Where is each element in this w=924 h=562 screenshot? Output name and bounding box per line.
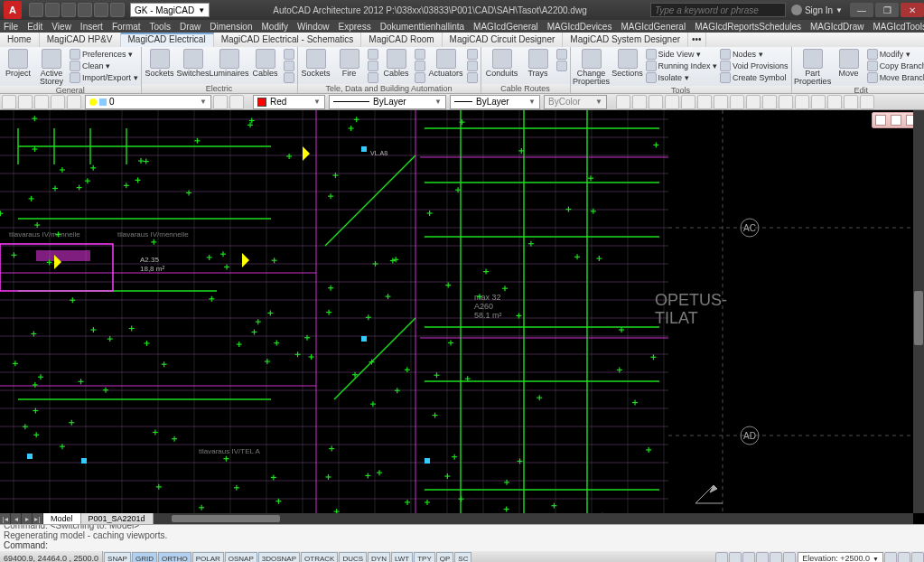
menu-item[interactable]: MAGIcdReportsSchedules <box>695 22 801 32</box>
menu-item[interactable]: Edit <box>27 22 42 32</box>
menu-item[interactable]: View <box>51 22 71 32</box>
trays-button[interactable]: Trays <box>523 48 554 78</box>
toggle-tpy[interactable]: TPY <box>414 552 435 562</box>
status-icon[interactable] <box>742 552 755 562</box>
drawing-viewport[interactable]: AC AD OPETUS- TILAT max 32 A260 58.1 m² … <box>0 110 924 524</box>
menu-item[interactable]: MAGIcdGeneral <box>473 22 538 32</box>
status-icon[interactable] <box>898 552 910 562</box>
color-combo[interactable]: Red ▼ <box>253 95 325 109</box>
tab-prev-button[interactable]: ◂ <box>11 513 22 524</box>
help-search-input[interactable] <box>650 3 786 17</box>
layer-tool-icon[interactable] <box>213 95 228 109</box>
layer-tool-icon[interactable] <box>229 95 244 109</box>
elevation-combo[interactable]: Elevation: +2500.0 ▼ <box>798 552 883 562</box>
tab-home[interactable]: Home <box>0 33 40 47</box>
tab-room[interactable]: MagiCAD Room <box>361 33 442 47</box>
qat-plot-icon[interactable] <box>110 3 125 17</box>
tool-icon[interactable] <box>860 95 874 109</box>
layer-combo[interactable]: 0 ▼ <box>85 95 211 109</box>
toggle-sc[interactable]: SC <box>454 552 471 562</box>
layer-tool-icon[interactable] <box>67 95 81 109</box>
sign-in-button[interactable]: Sign In ▼ <box>791 5 843 15</box>
menu-item[interactable]: File <box>4 22 18 32</box>
tool-icon[interactable] <box>697 95 712 109</box>
tool-icon[interactable] <box>795 95 809 109</box>
status-icon[interactable] <box>770 552 782 562</box>
tool-icon[interactable] <box>714 95 728 109</box>
tab-electrical[interactable]: MagiCAD Electrical <box>121 33 214 47</box>
import-export-button[interactable]: Import/Export ▾ <box>70 71 138 83</box>
toggle-dyn[interactable]: DYN <box>368 552 390 562</box>
part-properties-button[interactable]: Part Properties <box>795 48 831 86</box>
status-icon[interactable] <box>756 552 769 562</box>
layer-tool-icon[interactable] <box>18 95 33 109</box>
tool-icon[interactable] <box>844 95 858 109</box>
misc-icon[interactable] <box>284 61 294 71</box>
change-properties-button[interactable]: Change Properties <box>574 48 610 86</box>
coordinates-readout[interactable]: 69400.9, 24464.0 , 2500.0 <box>0 551 103 562</box>
qat-new-icon[interactable] <box>29 3 43 17</box>
sockets-button[interactable]: Sockets <box>145 48 175 78</box>
misc-icon[interactable] <box>284 49 294 60</box>
app-logo[interactable]: A <box>4 1 22 19</box>
tab-extras[interactable]: ••• <box>688 33 706 47</box>
side-view-button[interactable]: Side View ▾ <box>646 48 718 60</box>
tab-elec-schematics[interactable]: MagiCAD Electrical - Schematics <box>214 33 362 47</box>
toggle-otrack[interactable]: OTRACK <box>301 552 338 562</box>
qat-open-icon[interactable] <box>45 3 60 17</box>
toggle-ortho[interactable]: ORTHO <box>158 552 191 562</box>
active-storey-button[interactable]: Active Storey <box>36 48 67 86</box>
status-icon[interactable] <box>783 552 796 562</box>
status-icon[interactable] <box>729 552 742 562</box>
misc-icon[interactable] <box>284 72 294 83</box>
tool-icon[interactable] <box>681 95 695 109</box>
menu-item[interactable]: Window <box>297 22 330 32</box>
toggle-qp[interactable]: QP <box>436 552 454 562</box>
misc-icon[interactable] <box>368 61 378 71</box>
misc-icon[interactable] <box>415 61 425 71</box>
cables-tele-button[interactable]: Cables <box>381 48 412 78</box>
misc-icon[interactable] <box>467 72 478 83</box>
menu-item[interactable]: MAGIcdTools <box>873 22 924 32</box>
menu-item[interactable]: Modify <box>262 22 288 32</box>
plotstyle-combo[interactable]: ByColor ▼ <box>544 95 607 109</box>
close-button[interactable]: ✕ <box>901 3 924 17</box>
void-provisions-button[interactable]: Void Provisions <box>720 60 789 71</box>
tool-icon[interactable] <box>632 95 647 109</box>
maximize-button[interactable]: ❐ <box>875 3 899 17</box>
luminaires-button[interactable]: Luminaires <box>211 48 247 78</box>
tab-circuit-designer[interactable]: MagiCAD Circuit Designer <box>443 33 564 47</box>
misc-icon[interactable] <box>415 72 425 83</box>
menu-item[interactable]: MAGIcdDevices <box>547 22 612 32</box>
layer-tool-icon[interactable] <box>2 95 16 109</box>
qat-save-icon[interactable] <box>61 3 76 17</box>
copy-branch-button[interactable]: Copy Branch <box>867 60 924 71</box>
menu-item[interactable]: MAGIcdGeneral <box>621 22 686 32</box>
actuators-button[interactable]: Actuators <box>428 48 464 78</box>
misc-icon[interactable] <box>467 49 478 60</box>
misc-icon[interactable] <box>368 72 378 83</box>
menu-item[interactable]: Dokumenttienhallinta <box>380 22 464 32</box>
menu-item[interactable]: Dimension <box>210 22 252 32</box>
toggle-polar[interactable]: POLAR <box>192 552 224 562</box>
tool-icon[interactable] <box>616 95 630 109</box>
tab-hp-v[interactable]: MagiCAD HP&V <box>40 33 121 47</box>
toggle-osnap[interactable]: OSNAP <box>225 552 257 562</box>
tool-icon[interactable] <box>827 95 842 109</box>
workspace-combo[interactable]: GK - MagiCAD ▼ <box>130 3 210 17</box>
misc-icon[interactable] <box>556 49 567 60</box>
tool-icon[interactable] <box>665 95 679 109</box>
sockets-tele-button[interactable]: Sockets <box>301 48 331 78</box>
create-symbol-button[interactable]: Create Symbol <box>720 71 789 83</box>
status-icon[interactable] <box>911 552 924 562</box>
model-tab[interactable]: Model <box>43 513 81 524</box>
tool-icon[interactable] <box>811 95 826 109</box>
qat-undo-icon[interactable] <box>78 3 92 17</box>
scrollbar-thumb[interactable] <box>914 291 923 345</box>
tab-last-button[interactable]: ▸| <box>33 513 43 524</box>
switches-button[interactable]: Switches <box>178 48 209 78</box>
modify-button[interactable]: Modify ▾ <box>867 48 924 60</box>
vertical-scrollbar[interactable] <box>913 110 924 513</box>
minimize-button[interactable]: — <box>850 3 873 17</box>
tool-icon[interactable] <box>730 95 744 109</box>
